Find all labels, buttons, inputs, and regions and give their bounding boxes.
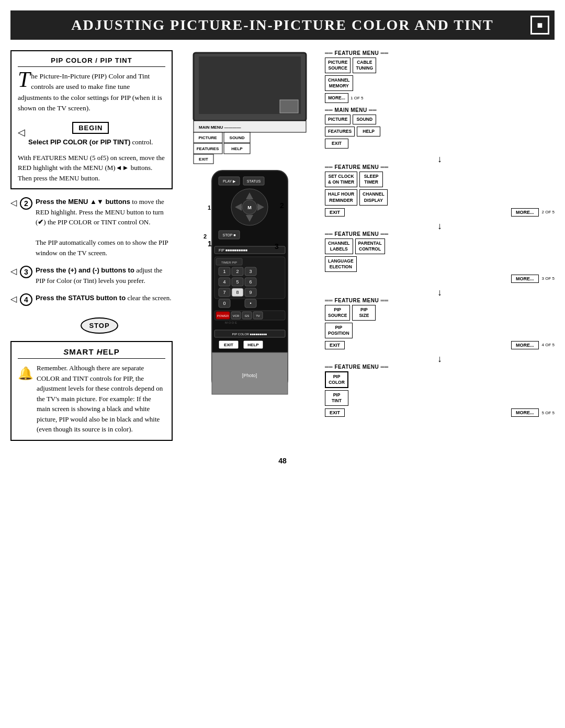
sound-btn[interactable]: SOUND — [353, 115, 376, 124]
svg-text:6: 6 — [249, 279, 252, 285]
more-btn-3[interactable]: MORE... — [511, 275, 539, 283]
step3-block: ◁ 3 Press the (+) and (-) buttons to adj… — [10, 265, 173, 286]
sleep-timer-btn[interactable]: SLEEPTIMER — [359, 172, 383, 187]
more-btn-1[interactable]: MORE... — [325, 93, 348, 103]
exit-btn-5[interactable]: EXIT — [325, 408, 345, 417]
remote-svg: MAIN MENU ———— PICTURE SOUND FEATURES HE… — [183, 50, 317, 406]
page-number: 48 — [10, 457, 555, 465]
smart-help-box: SMART HELP 🔔 Remember. Although there ar… — [10, 341, 173, 441]
svg-text:EXIT: EXIT — [199, 157, 208, 162]
svg-text:•: • — [250, 301, 251, 306]
svg-text:STOP ■: STOP ■ — [223, 233, 236, 237]
step2-block: ◁ 2 Press the MENU ▲▼ buttons to move th… — [10, 197, 173, 258]
svg-text:1: 1 — [208, 204, 211, 211]
svg-text:GS: GS — [245, 314, 250, 317]
svg-text:3: 3 — [275, 242, 279, 251]
pip-source-btn[interactable]: PIPSOURCE — [325, 305, 350, 321]
svg-text:5: 5 — [236, 279, 239, 285]
page-3-of-5: 3 OF 5 — [542, 276, 555, 281]
pip-position-btn[interactable]: PIPPOSITION — [325, 323, 353, 338]
arrow-down-2: ↓ — [325, 221, 555, 231]
svg-text:FEATURES: FEATURES — [197, 146, 219, 151]
pip-intro-body: he Picture-In-Picture (PIP) Color and Ti… — [18, 72, 162, 112]
page-2-of-5: 2 OF 5 — [542, 210, 555, 214]
feature-menu-2-label: ══ FEATURE MENU ══ — [325, 164, 555, 170]
stop-badge: STOP — [81, 317, 118, 334]
feature-menu-5-label: ══ FEATURE MENU ══ — [325, 364, 555, 370]
drop-cap: T — [18, 71, 30, 89]
smart-help-content: 🔔 Remember. Although there are separate … — [18, 363, 165, 435]
begin-badge: BEGIN — [72, 122, 109, 134]
svg-text:MAIN MENU ————: MAIN MENU ———— — [199, 125, 241, 130]
svg-text:3: 3 — [249, 269, 252, 274]
step1-text: Select PIP COLOR (or PIP TINT) control. — [28, 137, 153, 147]
channel-labels-btn[interactable]: CHANNELLABELS — [325, 238, 353, 254]
remote-area: MAIN MENU ———— PICTURE SOUND FEATURES HE… — [183, 50, 317, 408]
svg-text:7: 7 — [223, 290, 225, 295]
feature-menu-4: ══ FEATURE MENU ══ PIPSOURCE PIPSIZE PIP… — [325, 298, 555, 349]
svg-text:HELP: HELP — [247, 343, 259, 347]
more-btn-2[interactable]: MORE... — [511, 208, 539, 217]
more-btn-4[interactable]: MORE... — [511, 341, 539, 349]
arrow-down-4: ↓ — [325, 354, 555, 363]
left-column: PIP COLOR / PIP TINT T he Picture-In-Pic… — [10, 50, 173, 441]
svg-text:2: 2 — [236, 269, 239, 274]
svg-text:[Photo]: [Photo] — [242, 373, 257, 378]
svg-text:9: 9 — [249, 290, 252, 295]
svg-text:EXIT: EXIT — [224, 343, 233, 347]
page-title: Adjusting Picture-In-Picture Color and T… — [21, 17, 544, 33]
cable-tuning-btn[interactable]: CABLETUNING — [353, 58, 376, 73]
svg-text:1: 1 — [223, 269, 225, 274]
right-column: MAIN MENU ———— PICTURE SOUND FEATURES HE… — [183, 50, 555, 421]
pip-color-box: PIP COLOR / PIP TINT T he Picture-In-Pic… — [10, 50, 173, 189]
right-menus-area: ══ FEATURE MENU ══ PICTURESOURCE CABLETU… — [325, 50, 555, 421]
svg-text:8: 8 — [236, 290, 239, 295]
pip-size-btn[interactable]: PIPSIZE — [352, 305, 376, 321]
arrow-down-3: ↓ — [325, 288, 555, 297]
svg-text:FIP ■■■■■■■■■■: FIP ■■■■■■■■■■ — [219, 248, 247, 252]
more-btn-5[interactable]: MORE... — [511, 408, 539, 417]
smart-help-title: SMART HELP — [18, 347, 165, 359]
step2-text: Press the MENU ▲▼ buttons to move the RE… — [36, 197, 173, 258]
page-4-of-5: 4 OF 5 — [542, 343, 555, 347]
exit-main-btn[interactable]: EXIT — [325, 139, 348, 149]
feature-menu-1: ══ FEATURE MENU ══ PICTURESOURCE CABLETU… — [325, 50, 555, 103]
feature-menu-3: ══ FEATURE MENU ══ CHANNELLABELS PARENTA… — [325, 231, 555, 283]
features-btn[interactable]: FEATURES — [325, 127, 355, 136]
svg-text:4: 4 — [223, 279, 225, 285]
channel-display-btn[interactable]: CHANNELDISPLAY — [359, 189, 388, 205]
half-hour-btn[interactable]: HALF HOURREMINDER — [325, 189, 357, 205]
step3-text: Press the (+) and (-) buttons to adjust … — [36, 265, 173, 286]
svg-text:M: M — [247, 205, 252, 210]
channel-memory-btn[interactable]: CHANNELMEMORY — [325, 75, 353, 91]
svg-text:1: 1 — [208, 240, 212, 248]
main-menu-panel: ══ MAIN MENU ══ PICTURE SOUND FEATURES H… — [325, 107, 555, 150]
exit-btn-2[interactable]: EXIT — [325, 208, 345, 217]
exit-btn-4[interactable]: EXIT — [325, 341, 345, 349]
step4-text: Press the STATUS button to clear the scr… — [36, 293, 171, 303]
parental-control-btn[interactable]: PARENTALCONTROL — [355, 238, 385, 254]
feature-menu-5: ══ FEATURE MENU ══ PIPCOLOR PIPTINT EXIT… — [325, 364, 555, 417]
help-btn[interactable]: HELP — [357, 127, 380, 136]
language-btn[interactable]: LANGUAGEELECTION — [325, 256, 357, 272]
svg-text:M  O  D  E: M O D E — [225, 321, 237, 324]
help-icon: 🔔 — [18, 364, 33, 435]
svg-text:0: 0 — [223, 301, 225, 306]
svg-text:POWER: POWER — [217, 314, 229, 317]
svg-text:TIMER PIP: TIMER PIP — [221, 261, 237, 264]
page-header: Adjusting Picture-In-Picture Color and T… — [10, 10, 555, 40]
step1-sub: With FEATURES MENU (5 of5) on screen, mo… — [18, 153, 165, 184]
pip-tint-btn[interactable]: PIPTINT — [325, 390, 348, 406]
picture-source-btn[interactable]: PICTURESOURCE — [325, 58, 351, 73]
pip-color-btn[interactable]: PIPCOLOR — [325, 371, 348, 388]
header-icon: ■ — [530, 16, 549, 35]
set-clock-btn[interactable]: SET CLOCK& ON TIMER — [325, 172, 357, 187]
smart-help-text: Remember. Although there are separate CO… — [37, 363, 165, 435]
feature-menu-2: ══ FEATURE MENU ══ SET CLOCK& ON TIMER S… — [325, 164, 555, 216]
svg-text:PICTURE: PICTURE — [198, 135, 217, 140]
step4-num: 4 — [20, 293, 32, 306]
page-5-of-5: 5 OF 5 — [542, 411, 555, 415]
pip-box-title: PIP COLOR / PIP TINT — [18, 56, 165, 67]
feature-menu-3-label: ══ FEATURE MENU ══ — [325, 231, 555, 237]
picture-btn[interactable]: PICTURE — [325, 115, 351, 124]
